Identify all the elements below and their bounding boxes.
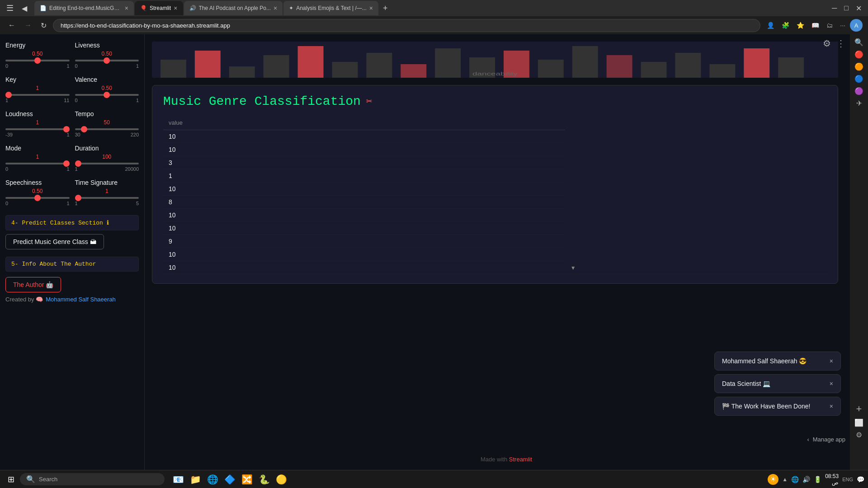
tab-close-podcast[interactable]: × xyxy=(274,5,277,12)
collections-btn[interactable]: 🗂 xyxy=(824,20,835,31)
author-button[interactable]: The Author 🤖 xyxy=(5,277,61,292)
slider-group-mode: Mode 1 0 1 xyxy=(5,145,70,172)
tab-label-analysis: Analysis Emojis & Text | /—... xyxy=(296,5,367,11)
streamlit-sidebar-star[interactable]: 🔴 xyxy=(854,50,863,59)
author-link[interactable]: Mohammed Salf Shaeerah xyxy=(46,296,116,303)
created-by-label: Created by 🧠 xyxy=(5,296,43,303)
slider-group-time-signature: Time Signature 1 1 5 xyxy=(75,179,139,206)
reading-mode-btn[interactable]: 📖 xyxy=(809,20,822,31)
svg-rect-1 xyxy=(160,60,186,78)
duration-label: Duration xyxy=(75,145,139,152)
taskbar-app-chrome[interactable]: 🟡 xyxy=(273,471,289,488)
manage-app-bar[interactable]: ‹ Manage app xyxy=(807,436,845,443)
taskbar-search-label: Search xyxy=(39,476,57,483)
tab-close-github[interactable]: × xyxy=(125,5,128,12)
mode-slider[interactable] xyxy=(5,163,70,164)
speechiness-slider[interactable] xyxy=(5,197,70,199)
table-row: 1 xyxy=(163,169,827,183)
tab-bar: ☰ ◀ 📄 Editing End-to-end.MusicGen-Cl... … xyxy=(0,0,868,16)
taskbar-search-box[interactable]: 🔍 Search xyxy=(20,473,165,485)
extensions-btn[interactable]: 🧩 xyxy=(779,20,792,31)
new-tab-button[interactable]: + xyxy=(379,4,392,13)
liveness-slider[interactable] xyxy=(75,60,139,61)
sidebar-toggle-btn[interactable]: ☰ xyxy=(4,1,16,15)
taskbar-volume-icon[interactable]: 🔊 xyxy=(802,476,810,483)
chevron-left-icon: ‹ xyxy=(807,436,809,443)
taskbar-app-edge[interactable]: 🌐 xyxy=(204,471,221,488)
github-icon[interactable]: ⚙ xyxy=(823,38,831,49)
taskbar-notification-btn[interactable]: 💬 xyxy=(857,476,864,483)
back-btn[interactable]: ◀ xyxy=(19,2,30,14)
time-signature-slider[interactable] xyxy=(75,197,139,199)
streamlit-sidebar-settings[interactable]: ⚙ xyxy=(856,431,862,439)
streamlit-sidebar-purple[interactable]: 🟣 xyxy=(854,87,863,95)
genre-title-text: Music Genre Classification xyxy=(163,94,361,108)
notification-close-2[interactable]: × xyxy=(830,380,833,387)
minimize-btn[interactable]: ─ xyxy=(829,2,840,14)
maximize-btn[interactable]: □ xyxy=(841,2,851,14)
streamlit-sidebar-blue[interactable]: 🔵 xyxy=(854,75,863,83)
svg-rect-18 xyxy=(744,48,769,78)
duration-slider[interactable] xyxy=(75,163,139,164)
key-slider[interactable] xyxy=(5,94,70,96)
tab-github[interactable]: 📄 Editing End-to-end.MusicGen-Cl... × xyxy=(34,1,134,15)
favorites-btn[interactable]: ⭐ xyxy=(794,20,807,31)
loudness-value: 1 xyxy=(36,119,39,126)
profile-icon[interactable]: 👤 xyxy=(764,20,777,31)
url-input[interactable] xyxy=(53,19,760,32)
browser-chrome: ☰ ◀ 📄 Editing End-to-end.MusicGen-Cl... … xyxy=(0,0,868,34)
genre-title-row: Music Genre Classification ✂ xyxy=(163,94,827,108)
energy-slider[interactable] xyxy=(5,60,70,61)
forward-navigation-btn[interactable]: → xyxy=(22,19,34,31)
streamlit-sidebar-plus[interactable]: + xyxy=(856,403,862,415)
taskbar-app-folder[interactable]: 📁 xyxy=(187,471,203,488)
tab-favicon-streamlit: 🎈 xyxy=(140,5,147,11)
tab-streamlit[interactable]: 🎈 Streamlit × xyxy=(135,1,183,15)
tempo-min: 30 xyxy=(75,132,80,137)
table-cell-value: 10 xyxy=(163,209,565,222)
table-cell-value: 10 xyxy=(163,222,565,235)
loudness-slider[interactable] xyxy=(5,128,70,130)
taskbar-app-git[interactable]: 🔀 xyxy=(239,471,255,488)
notification-close-1[interactable]: × xyxy=(830,357,833,365)
taskbar-chevron-up[interactable]: ▲ xyxy=(782,476,788,483)
tempo-slider[interactable] xyxy=(75,128,139,130)
liveness-value: 0.50 xyxy=(102,51,112,57)
taskbar-app-python[interactable]: 🐍 xyxy=(256,471,272,488)
svg-rect-5 xyxy=(298,46,324,78)
slider-group-valence: Valence 0.50 0 1 xyxy=(75,76,139,103)
more-btn[interactable]: ··· xyxy=(837,20,848,31)
tab-podcast[interactable]: 🔊 The AI Podcast on Apple Po... × xyxy=(184,1,283,15)
notification-close-3[interactable]: × xyxy=(830,403,833,410)
back-navigation-btn[interactable]: ← xyxy=(5,19,18,31)
valence-value: 0.50 xyxy=(102,85,112,91)
windows-start-btn[interactable]: ⊞ xyxy=(4,472,18,487)
taskbar-time: 08:53 xyxy=(825,473,839,479)
table-row: 3 xyxy=(163,156,827,169)
kebab-menu-icon[interactable]: ⋮ xyxy=(836,38,845,49)
table-cell-value: 9 xyxy=(163,235,565,248)
valence-max: 1 xyxy=(136,98,139,103)
time-signature-value: 1 xyxy=(105,188,108,194)
tab-analysis[interactable]: ✦ Analysis Emojis & Text | /—... × xyxy=(283,1,378,15)
taskbar-app-vs[interactable]: 🔷 xyxy=(222,471,238,488)
notification-text-1: Mohammed Salf Shaeerah 😎 xyxy=(722,357,807,365)
liveness-max: 1 xyxy=(136,63,139,69)
mode-min: 0 xyxy=(5,166,8,172)
predict-music-genre-button[interactable]: Predict Music Genre Class 🏔 xyxy=(5,234,104,249)
tab-label-podcast: The AI Podcast on Apple Po... xyxy=(199,5,271,11)
streamlit-sidebar-plane[interactable]: ✈ xyxy=(856,99,862,108)
close-btn[interactable]: ✕ xyxy=(853,2,864,14)
streamlit-sidebar-orange[interactable]: 🟠 xyxy=(854,62,863,71)
edge-profile-btn[interactable]: A xyxy=(850,19,863,32)
time-signature-max: 5 xyxy=(136,201,139,206)
streamlit-sidebar-expand[interactable]: ⬜ xyxy=(854,418,863,427)
valence-slider[interactable] xyxy=(75,94,139,96)
made-with-label: Made with xyxy=(481,456,507,463)
tab-close-streamlit[interactable]: × xyxy=(174,5,177,12)
tab-close-analysis[interactable]: × xyxy=(369,5,373,12)
taskbar-app-mail[interactable]: 📧 xyxy=(170,471,186,488)
svg-rect-3 xyxy=(229,66,255,78)
refresh-btn[interactable]: ↻ xyxy=(38,19,49,32)
streamlit-sidebar-search[interactable]: 🔍 xyxy=(854,38,863,47)
